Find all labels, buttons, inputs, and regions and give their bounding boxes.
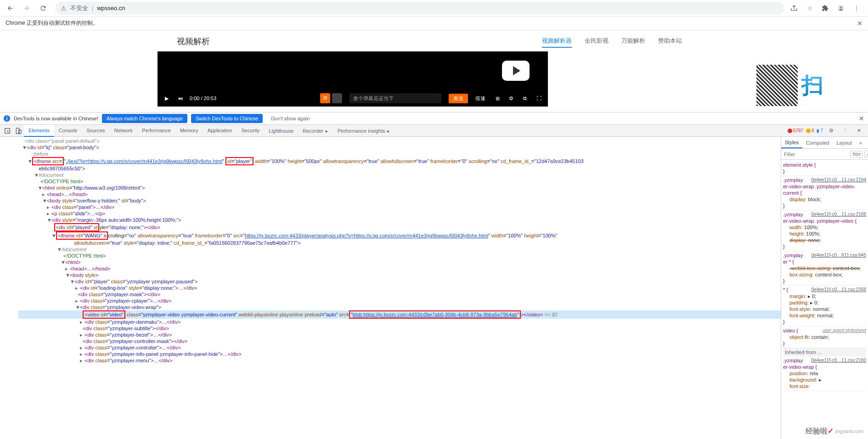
danmaku-input[interactable]: 发个弹幕见证当下 bbox=[349, 93, 441, 103]
tab-elements[interactable]: Elements bbox=[24, 125, 54, 137]
toolbar-right: ☆ ⋮ bbox=[790, 4, 864, 12]
menu-icon[interactable]: ⋮ bbox=[852, 4, 861, 12]
tab-sources[interactable]: Sources bbox=[82, 125, 109, 137]
danmaku-setting[interactable] bbox=[332, 93, 342, 103]
nav-item-2[interactable]: 万能解析 bbox=[621, 35, 645, 48]
video-player[interactable]: ▶ ⏭ 0:00 / 20:53 弹 发个弹幕见证当下 发送 倍速 ⊞ ⚙ ⧉ … bbox=[158, 51, 548, 107]
svg-point-1 bbox=[840, 6, 842, 8]
video-time: 0:00 / 20:53 bbox=[190, 96, 216, 101]
devtools-close-icon[interactable]: ✕ bbox=[853, 125, 864, 136]
tab-memory[interactable]: Memory bbox=[175, 125, 203, 137]
tab-performance[interactable]: Performance bbox=[137, 125, 175, 137]
automation-text: Chrome 正受到自动测试软件的控制。 bbox=[6, 19, 98, 27]
quality-button[interactable]: ⊞ bbox=[493, 94, 502, 103]
nav-item-1[interactable]: 全民影视 bbox=[585, 35, 609, 48]
tab-network[interactable]: Network bbox=[110, 125, 137, 137]
tab-recorder[interactable]: Recorder ▲ bbox=[298, 125, 333, 137]
tab-security[interactable]: Security bbox=[237, 125, 264, 137]
notice-close[interactable]: ✕ bbox=[859, 115, 864, 122]
qr-text: 扫 bbox=[801, 71, 823, 100]
play-button[interactable]: ▶ bbox=[162, 94, 171, 103]
styles-filter-input[interactable] bbox=[783, 151, 848, 158]
error-count[interactable]: 5797 bbox=[788, 128, 803, 133]
devtools-tabs: Elements Console Sources Network Perform… bbox=[0, 125, 868, 137]
speed-button[interactable]: 倍速 bbox=[473, 94, 488, 103]
devtools-language-notice: i DevTools is now available in Chinese! … bbox=[0, 112, 868, 125]
styles-filter-bar: :hov .cls + ⊞ ▣ bbox=[781, 149, 868, 160]
nav-item-0[interactable]: 视频解析器 bbox=[542, 35, 572, 48]
play-overlay-icon[interactable] bbox=[502, 61, 530, 81]
hov-toggle[interactable]: :hov bbox=[850, 151, 862, 158]
browser-toolbar: ⚠ 不安全 | wpsseo.cn ☆ ⋮ bbox=[0, 0, 868, 17]
profile-icon[interactable] bbox=[837, 4, 845, 12]
insecure-label: 不安全 bbox=[70, 4, 88, 12]
tab-perf-insights[interactable]: Performance insights ▲ bbox=[333, 125, 395, 137]
nav-item-3[interactable]: 赞助本站 bbox=[658, 35, 682, 48]
dont-show-button[interactable]: Don't show again bbox=[266, 114, 314, 123]
styles-panel: Styles Computed Layout » :hov .cls + ⊞ ▣… bbox=[781, 137, 868, 439]
device-icon[interactable] bbox=[13, 125, 24, 136]
address-bar[interactable]: ⚠ 不安全 | wpsseo.cn bbox=[55, 2, 784, 15]
automation-close[interactable]: ✕ bbox=[857, 20, 862, 27]
tab-lighthouse[interactable]: Lighthouse bbox=[264, 125, 298, 137]
fullscreen-icon[interactable]: ⛶ bbox=[534, 94, 543, 103]
send-button[interactable]: 发送 bbox=[449, 94, 468, 103]
warn-count[interactable]: 8 bbox=[806, 128, 814, 133]
styles-tabs: Styles Computed Layout » bbox=[781, 137, 868, 149]
styles-tab-computed[interactable]: Computed bbox=[802, 138, 833, 148]
tab-application[interactable]: Application bbox=[203, 125, 237, 137]
info-icon: i bbox=[4, 115, 10, 122]
share-icon[interactable] bbox=[790, 4, 798, 12]
iframe1-href[interactable]: ./jiexi/?jx=https://v.qq.com/x/cover/m44… bbox=[66, 158, 222, 164]
sidebar-qr: 扫 bbox=[749, 58, 831, 113]
elements-panel[interactable]: <div class="panel panel-default"> ▼<div … bbox=[0, 137, 781, 439]
bookmark-icon[interactable]: ☆ bbox=[806, 4, 814, 12]
styles-tab-layout[interactable]: Layout bbox=[833, 138, 856, 148]
url-text: wpsseo.cn bbox=[97, 5, 125, 11]
next-button[interactable]: ⏭ bbox=[176, 94, 185, 103]
inspect-icon[interactable] bbox=[2, 125, 13, 136]
page-title: 视频解析 bbox=[177, 36, 210, 47]
puzzle-icon[interactable] bbox=[821, 4, 829, 12]
devtools-more-icon[interactable]: ⋮ bbox=[840, 125, 851, 136]
reload-button[interactable] bbox=[37, 2, 50, 15]
insecure-icon: ⚠ bbox=[61, 5, 67, 12]
back-button[interactable] bbox=[4, 2, 17, 15]
cls-toggle[interactable]: .cls bbox=[864, 151, 868, 158]
automation-notice: Chrome 正受到自动测试软件的控制。 ✕ bbox=[0, 17, 868, 30]
styles-more[interactable]: » bbox=[856, 138, 866, 148]
pip-icon[interactable]: ⧉ bbox=[520, 94, 530, 103]
styles-rules[interactable]: element.style {}.yzmplay0e4ee11f-c0…11.c… bbox=[781, 160, 868, 439]
devtools-body: <div class="panel panel-default"> ▼<div … bbox=[0, 137, 868, 439]
styles-tab-styles[interactable]: Styles bbox=[781, 137, 802, 148]
video-blob-href[interactable]: blob:https://jx.bozrc.com:4433/c0be7ab0-… bbox=[353, 312, 517, 317]
iframe2-href[interactable]: https://jx.bozrc.com:4433/player/analysi… bbox=[245, 233, 488, 238]
always-match-button[interactable]: Always match Chrome's language bbox=[102, 114, 187, 123]
devtools-settings-icon[interactable]: ⚙ bbox=[826, 125, 837, 136]
tab-console[interactable]: Console bbox=[54, 125, 82, 137]
page-header: 视频解析 视频解析器 全民影视 万能解析 赞助本站 bbox=[158, 30, 710, 48]
watermark: 经验啦✓ jingyanla.com bbox=[806, 427, 863, 436]
danmaku-toggle[interactable]: 弹 bbox=[320, 93, 330, 103]
notice-text: DevTools is now available in Chinese! bbox=[14, 116, 98, 121]
video-controls: ▶ ⏭ 0:00 / 20:53 弹 发个弹幕见证当下 发送 倍速 ⊞ ⚙ ⧉ … bbox=[158, 90, 548, 107]
switch-button[interactable]: Switch DevTools to Chinese bbox=[191, 114, 263, 123]
settings-icon[interactable]: ⚙ bbox=[507, 94, 516, 103]
qrcode-icon bbox=[756, 65, 798, 106]
forward-button[interactable] bbox=[20, 2, 33, 15]
page-nav: 视频解析器 全民影视 万能解析 赞助本站 bbox=[542, 35, 682, 48]
info-count[interactable]: ▮7 bbox=[817, 128, 823, 133]
page-content: 视频解析 视频解析器 全民影视 万能解析 赞助本站 ▶ ⏭ 0:00 / 20:… bbox=[0, 30, 868, 112]
